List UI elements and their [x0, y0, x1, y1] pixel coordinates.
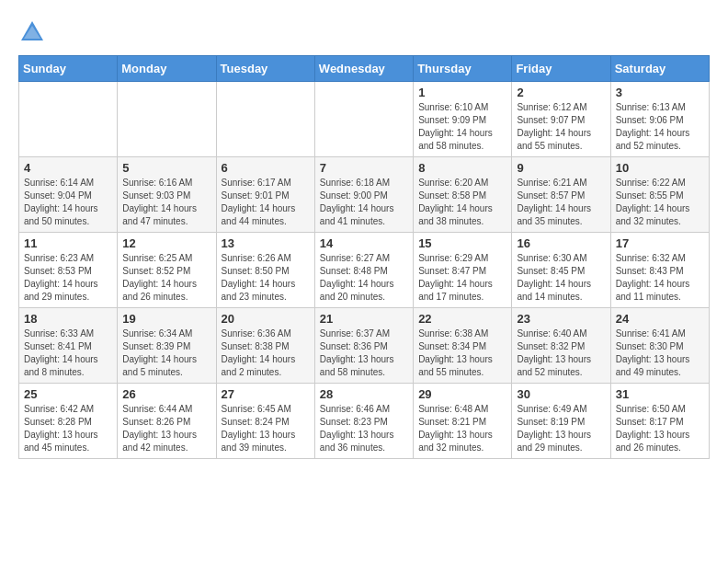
- calendar-header: SundayMondayTuesdayWednesdayThursdayFrid…: [19, 56, 710, 82]
- day-number: 27: [222, 387, 310, 401]
- day-number: 18: [24, 312, 112, 326]
- day-info: Sunrise: 6:16 AM Sunset: 9:03 PM Dayligh…: [122, 177, 210, 228]
- week-row-1: 1Sunrise: 6:10 AM Sunset: 9:09 PM Daylig…: [19, 82, 710, 157]
- calendar-cell: 28Sunrise: 6:46 AM Sunset: 8:23 PM Dayli…: [314, 384, 413, 459]
- calendar-cell: 10Sunrise: 6:22 AM Sunset: 8:55 PM Dayli…: [610, 157, 709, 233]
- calendar-cell: 11Sunrise: 6:23 AM Sunset: 8:53 PM Dayli…: [19, 233, 118, 308]
- calendar-cell: 14Sunrise: 6:27 AM Sunset: 8:48 PM Dayli…: [314, 233, 413, 308]
- day-number: 17: [616, 236, 704, 250]
- day-number: 26: [122, 387, 210, 401]
- day-info: Sunrise: 6:26 AM Sunset: 8:50 PM Dayligh…: [222, 252, 310, 304]
- day-header-tuesday: Tuesday: [216, 56, 314, 82]
- day-header-friday: Friday: [512, 56, 610, 82]
- day-info: Sunrise: 6:38 AM Sunset: 8:34 PM Dayligh…: [418, 327, 506, 379]
- day-number: 21: [320, 312, 408, 326]
- header-row: SundayMondayTuesdayWednesdayThursdayFrid…: [19, 56, 710, 82]
- day-info: Sunrise: 6:36 AM Sunset: 8:38 PM Dayligh…: [222, 327, 310, 379]
- calendar-cell: 3Sunrise: 6:13 AM Sunset: 9:06 PM Daylig…: [610, 82, 709, 157]
- day-number: 4: [24, 161, 112, 175]
- day-number: 19: [122, 312, 210, 326]
- calendar-cell: [216, 82, 314, 157]
- calendar-cell: 7Sunrise: 6:18 AM Sunset: 9:00 PM Daylig…: [314, 157, 413, 233]
- day-header-sunday: Sunday: [19, 56, 118, 82]
- calendar-cell: 17Sunrise: 6:32 AM Sunset: 8:43 PM Dayli…: [610, 233, 709, 308]
- day-number: 30: [517, 387, 605, 401]
- day-info: Sunrise: 6:34 AM Sunset: 8:39 PM Dayligh…: [122, 327, 210, 379]
- calendar-cell: 22Sunrise: 6:38 AM Sunset: 8:34 PM Dayli…: [414, 308, 512, 384]
- day-number: 2: [517, 86, 605, 99]
- calendar-cell: 23Sunrise: 6:40 AM Sunset: 8:32 PM Dayli…: [512, 308, 610, 384]
- calendar-cell: 30Sunrise: 6:49 AM Sunset: 8:19 PM Dayli…: [512, 384, 610, 459]
- day-header-saturday: Saturday: [610, 56, 709, 82]
- calendar-body: 1Sunrise: 6:10 AM Sunset: 9:09 PM Daylig…: [19, 82, 710, 459]
- calendar-cell: 16Sunrise: 6:30 AM Sunset: 8:45 PM Dayli…: [512, 233, 610, 308]
- calendar-cell: 2Sunrise: 6:12 AM Sunset: 9:07 PM Daylig…: [512, 82, 610, 157]
- day-info: Sunrise: 6:21 AM Sunset: 8:57 PM Dayligh…: [517, 177, 605, 228]
- week-row-5: 25Sunrise: 6:42 AM Sunset: 8:28 PM Dayli…: [19, 384, 710, 459]
- day-info: Sunrise: 6:30 AM Sunset: 8:45 PM Dayligh…: [517, 252, 605, 304]
- day-number: 20: [222, 312, 310, 326]
- day-header-thursday: Thursday: [414, 56, 512, 82]
- day-number: 22: [418, 312, 506, 326]
- calendar-cell: 15Sunrise: 6:29 AM Sunset: 8:47 PM Dayli…: [414, 233, 512, 308]
- calendar-cell: 5Sunrise: 6:16 AM Sunset: 9:03 PM Daylig…: [118, 157, 216, 233]
- day-info: Sunrise: 6:12 AM Sunset: 9:07 PM Dayligh…: [517, 101, 605, 153]
- day-info: Sunrise: 6:27 AM Sunset: 8:48 PM Dayligh…: [320, 252, 408, 304]
- day-number: 31: [616, 387, 704, 401]
- day-number: 10: [616, 161, 704, 175]
- calendar-cell: [19, 82, 118, 157]
- calendar-cell: 25Sunrise: 6:42 AM Sunset: 8:28 PM Dayli…: [19, 384, 118, 459]
- day-info: Sunrise: 6:10 AM Sunset: 9:09 PM Dayligh…: [418, 101, 506, 153]
- calendar-cell: 6Sunrise: 6:17 AM Sunset: 9:01 PM Daylig…: [216, 157, 314, 233]
- day-number: 3: [616, 86, 704, 99]
- calendar-cell: 31Sunrise: 6:50 AM Sunset: 8:17 PM Dayli…: [610, 384, 709, 459]
- calendar-cell: 1Sunrise: 6:10 AM Sunset: 9:09 PM Daylig…: [414, 82, 512, 157]
- day-number: 11: [24, 236, 112, 250]
- calendar-cell: 19Sunrise: 6:34 AM Sunset: 8:39 PM Dayli…: [118, 308, 216, 384]
- day-info: Sunrise: 6:41 AM Sunset: 8:30 PM Dayligh…: [616, 327, 704, 379]
- day-info: Sunrise: 6:32 AM Sunset: 8:43 PM Dayligh…: [616, 252, 704, 304]
- day-number: 24: [616, 312, 704, 326]
- day-number: 9: [517, 161, 605, 175]
- day-info: Sunrise: 6:17 AM Sunset: 9:01 PM Dayligh…: [222, 177, 310, 228]
- day-number: 5: [122, 161, 210, 175]
- week-row-4: 18Sunrise: 6:33 AM Sunset: 8:41 PM Dayli…: [19, 308, 710, 384]
- day-header-monday: Monday: [118, 56, 216, 82]
- day-number: 23: [517, 312, 605, 326]
- day-number: 13: [222, 236, 310, 250]
- day-number: 16: [517, 236, 605, 250]
- day-info: Sunrise: 6:33 AM Sunset: 8:41 PM Dayligh…: [24, 327, 112, 379]
- day-info: Sunrise: 6:50 AM Sunset: 8:17 PM Dayligh…: [616, 403, 704, 454]
- calendar-cell: 26Sunrise: 6:44 AM Sunset: 8:26 PM Dayli…: [118, 384, 216, 459]
- day-info: Sunrise: 6:48 AM Sunset: 8:21 PM Dayligh…: [418, 403, 506, 454]
- calendar-cell: [118, 82, 216, 157]
- calendar-cell: 29Sunrise: 6:48 AM Sunset: 8:21 PM Dayli…: [414, 384, 512, 459]
- day-info: Sunrise: 6:45 AM Sunset: 8:24 PM Dayligh…: [222, 403, 310, 454]
- calendar-cell: 12Sunrise: 6:25 AM Sunset: 8:52 PM Dayli…: [118, 233, 216, 308]
- day-info: Sunrise: 6:25 AM Sunset: 8:52 PM Dayligh…: [122, 252, 210, 304]
- day-info: Sunrise: 6:13 AM Sunset: 9:06 PM Dayligh…: [616, 101, 704, 153]
- day-info: Sunrise: 6:40 AM Sunset: 8:32 PM Dayligh…: [517, 327, 605, 379]
- logo: [18, 18, 50, 46]
- day-info: Sunrise: 6:20 AM Sunset: 8:58 PM Dayligh…: [418, 177, 506, 228]
- week-row-2: 4Sunrise: 6:14 AM Sunset: 9:04 PM Daylig…: [19, 157, 710, 233]
- calendar-cell: [314, 82, 413, 157]
- day-number: 14: [320, 236, 408, 250]
- day-info: Sunrise: 6:49 AM Sunset: 8:19 PM Dayligh…: [517, 403, 605, 454]
- calendar-cell: 18Sunrise: 6:33 AM Sunset: 8:41 PM Dayli…: [19, 308, 118, 384]
- day-info: Sunrise: 6:14 AM Sunset: 9:04 PM Dayligh…: [24, 177, 112, 228]
- calendar-cell: 8Sunrise: 6:20 AM Sunset: 8:58 PM Daylig…: [414, 157, 512, 233]
- calendar-table: SundayMondayTuesdayWednesdayThursdayFrid…: [18, 55, 710, 459]
- day-info: Sunrise: 6:44 AM Sunset: 8:26 PM Dayligh…: [122, 403, 210, 454]
- day-number: 25: [24, 387, 112, 401]
- day-number: 29: [418, 387, 506, 401]
- day-number: 28: [320, 387, 408, 401]
- day-number: 6: [222, 161, 310, 175]
- day-info: Sunrise: 6:37 AM Sunset: 8:36 PM Dayligh…: [320, 327, 408, 379]
- calendar-cell: 21Sunrise: 6:37 AM Sunset: 8:36 PM Dayli…: [314, 308, 413, 384]
- calendar-cell: 24Sunrise: 6:41 AM Sunset: 8:30 PM Dayli…: [610, 308, 709, 384]
- day-info: Sunrise: 6:29 AM Sunset: 8:47 PM Dayligh…: [418, 252, 506, 304]
- day-info: Sunrise: 6:42 AM Sunset: 8:28 PM Dayligh…: [24, 403, 112, 454]
- day-info: Sunrise: 6:18 AM Sunset: 9:00 PM Dayligh…: [320, 177, 408, 228]
- calendar-cell: 13Sunrise: 6:26 AM Sunset: 8:50 PM Dayli…: [216, 233, 314, 308]
